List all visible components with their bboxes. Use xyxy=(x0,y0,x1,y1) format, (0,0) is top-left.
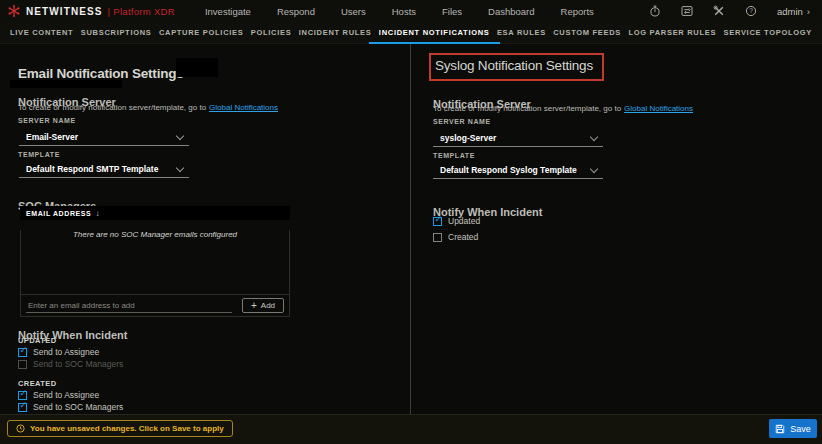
soc-managers-table: EMAIL ADDRESS ↓ There are no SOC Manager… xyxy=(20,206,290,317)
tab-live-content[interactable]: LIVE CONTENT xyxy=(8,22,75,43)
nav-investigate[interactable]: Investigate xyxy=(205,6,251,17)
created-group-label: CREATED xyxy=(18,379,57,388)
email-template-label: TEMPLATE xyxy=(18,151,60,158)
email-address-column-header[interactable]: EMAIL ADDRESS ↓ xyxy=(20,206,290,220)
tab-custom-feeds[interactable]: CUSTOM FEEDS xyxy=(551,22,623,43)
tab-service-topology[interactable]: SERVICE TOPOLOGY xyxy=(722,22,814,43)
email-template-dropdown[interactable]: Default Respond SMTP Template xyxy=(19,162,189,178)
tab-incident-notifications[interactable]: INCIDENT NOTIFICATIONS xyxy=(377,22,492,43)
panel-divider xyxy=(410,44,411,415)
syslog-template-label: TEMPLATE xyxy=(433,152,475,159)
checkbox-syslog-updated[interactable] xyxy=(433,217,442,226)
topbar-utilities: ? admin › xyxy=(649,5,810,17)
syslog-server-name-label: SERVER NAME xyxy=(433,118,491,125)
email-address-input[interactable] xyxy=(26,299,232,313)
email-server-name-value: Email-Server xyxy=(26,132,78,142)
column-label: EMAIL ADDRESS xyxy=(26,210,91,217)
nav-respond[interactable]: Respond xyxy=(277,6,315,17)
plus-icon: + xyxy=(251,301,257,311)
checkbox-row-syslog-updated: Updated xyxy=(433,216,480,226)
checkbox-label: Send to SOC Managers xyxy=(33,359,123,369)
email-panel-title: Email Notification Settings xyxy=(18,66,184,81)
tab-incident-rules[interactable]: INCIDENT RULES xyxy=(297,22,374,43)
primary-nav: Investigate Respond Users Hosts Files Da… xyxy=(205,6,594,17)
brand-product: | Platform XDR xyxy=(108,6,175,17)
checkbox-label: Send to Assignee xyxy=(33,347,99,357)
unsaved-changes-warning: You have unsaved changes. Click on Save … xyxy=(7,420,233,437)
checkbox-row-updated-assignee: Send to Assignee xyxy=(18,347,99,357)
tab-subscriptions[interactable]: SUBSCRIPTIONS xyxy=(79,22,154,43)
add-button-label: Add xyxy=(261,301,275,310)
checkbox-created-send-to-soc-managers[interactable] xyxy=(18,403,27,412)
email-server-name-label: SERVER NAME xyxy=(18,117,76,124)
brand-name: NETWITNESS xyxy=(26,6,103,17)
footer-bar: You have unsaved changes. Click on Save … xyxy=(0,414,822,444)
checkbox-updated-send-to-assignee[interactable] xyxy=(18,348,27,357)
redaction-artifact xyxy=(176,58,218,77)
nav-dashboard[interactable]: Dashboard xyxy=(488,6,534,17)
warning-text: You have unsaved changes. Click on Save … xyxy=(30,424,224,433)
checkbox-label: Updated xyxy=(448,216,480,226)
checkbox-label: Send to SOC Managers xyxy=(33,402,123,412)
tab-esa-rules[interactable]: ESA RULES xyxy=(495,22,548,43)
chevron-down-icon xyxy=(176,131,184,139)
checkbox-row-created-assignee: Send to Assignee xyxy=(18,390,99,400)
checkbox-row-created-soc-managers: Send to SOC Managers xyxy=(18,402,123,412)
sort-descending-icon: ↓ xyxy=(95,209,100,218)
tab-log-parser-rules[interactable]: LOG PARSER RULES xyxy=(626,22,718,43)
save-button[interactable]: Save xyxy=(769,419,817,438)
add-email-row: + Add xyxy=(20,295,290,317)
syslog-server-hint: To create or modify notification server/… xyxy=(433,104,693,113)
checkbox-syslog-created[interactable] xyxy=(433,233,442,242)
syslog-server-name-value: syslog-Server xyxy=(440,133,496,143)
secondary-tabbar: LIVE CONTENT SUBSCRIPTIONS CAPTURE POLIC… xyxy=(0,22,822,44)
top-navbar: NETWITNESS | Platform XDR Investigate Re… xyxy=(0,0,822,22)
checkbox-label: Created xyxy=(448,232,478,242)
add-email-button[interactable]: + Add xyxy=(242,298,284,313)
user-menu[interactable]: admin › xyxy=(777,6,810,17)
hint-text: To create or modify notification server/… xyxy=(18,103,206,112)
tab-policies[interactable]: POLICIES xyxy=(249,22,294,43)
chevron-right-icon: › xyxy=(807,6,810,17)
empty-table-message: There are no SOC Manager emails configur… xyxy=(21,230,289,239)
email-template-value: Default Respond SMTP Template xyxy=(26,164,158,174)
chevron-down-icon xyxy=(176,163,184,171)
syslog-template-value: Default Respond Syslog Template xyxy=(440,165,577,175)
tab-capture-policies[interactable]: CAPTURE POLICIES xyxy=(157,22,246,43)
checkbox-row-syslog-created: Created xyxy=(433,232,478,242)
email-server-name-dropdown[interactable]: Email-Server xyxy=(19,130,189,146)
admin-tools-icon[interactable] xyxy=(713,5,725,17)
redaction-artifact xyxy=(10,80,122,88)
user-name: admin xyxy=(777,6,803,17)
syslog-server-name-dropdown[interactable]: syslog-Server xyxy=(433,131,603,147)
syslog-template-dropdown[interactable]: Default Respond Syslog Template xyxy=(433,163,603,179)
global-notifications-link[interactable]: Global Notifications xyxy=(209,103,278,112)
soc-managers-table-body: There are no SOC Manager emails configur… xyxy=(20,230,290,295)
syslog-title-highlight-box: Syslog Notification Settings xyxy=(429,53,604,81)
checkbox-row-updated-soc-managers: Send to SOC Managers xyxy=(18,359,123,369)
main-content: Email Notification Settings Notification… xyxy=(0,44,822,415)
jobs-icon[interactable] xyxy=(681,5,693,17)
chevron-down-icon xyxy=(590,164,598,172)
hint-text: To create or modify notification server/… xyxy=(433,104,621,113)
brand: NETWITNESS | Platform XDR xyxy=(7,4,175,18)
nav-files[interactable]: Files xyxy=(442,6,462,17)
chevron-down-icon xyxy=(590,132,598,140)
checkbox-label: Send to Assignee xyxy=(33,390,99,400)
global-notifications-link[interactable]: Global Notifications xyxy=(624,104,693,113)
help-icon[interactable]: ? xyxy=(745,5,757,17)
nav-hosts[interactable]: Hosts xyxy=(392,6,416,17)
save-button-label: Save xyxy=(790,424,811,434)
timer-icon[interactable] xyxy=(649,5,661,17)
updated-group-label: UPDATED xyxy=(18,336,57,345)
checkbox-created-send-to-assignee[interactable] xyxy=(18,391,27,400)
checkbox-updated-send-to-soc-managers xyxy=(18,360,27,369)
clock-icon xyxy=(16,424,25,433)
nav-reports[interactable]: Reports xyxy=(561,6,594,17)
nav-users[interactable]: Users xyxy=(341,6,366,17)
svg-text:?: ? xyxy=(749,7,753,14)
syslog-panel-title: Syslog Notification Settings xyxy=(435,58,593,73)
save-floppy-icon xyxy=(775,424,785,434)
app-window: NETWITNESS | Platform XDR Investigate Re… xyxy=(0,0,822,444)
netwitness-logo-icon xyxy=(7,4,21,18)
